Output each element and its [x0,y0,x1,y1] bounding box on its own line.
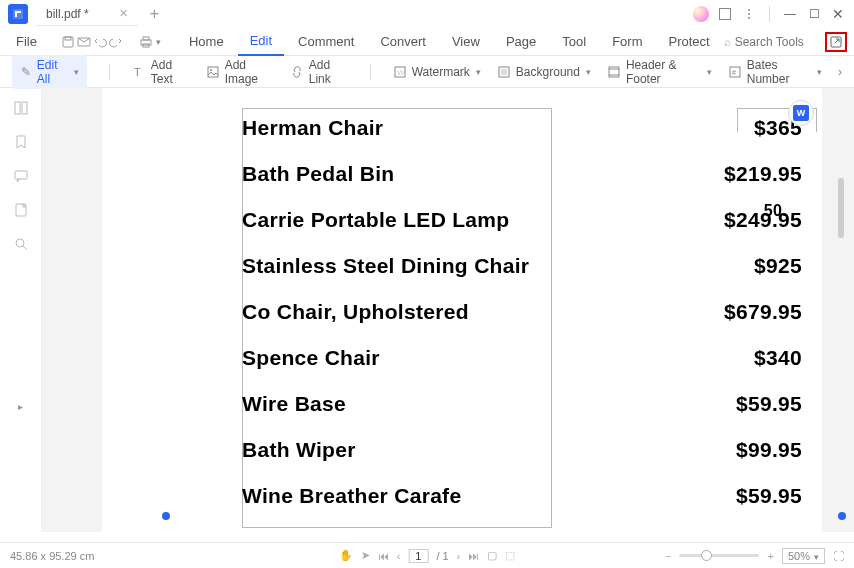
line-item-price[interactable]: $679.95 [724,300,802,324]
line-item-price[interactable]: $59.95 [736,392,802,416]
line-item-name[interactable]: Carrie Portable LED Lamp [242,208,509,232]
search-panel-icon[interactable] [13,236,29,252]
scrollbar-thumb[interactable] [838,178,844,238]
redo-icon[interactable] [109,31,123,53]
file-menu[interactable]: File [8,34,45,49]
zoom-slider-knob[interactable] [701,550,712,561]
add-image-button[interactable]: Add Image [206,58,274,86]
search-tools[interactable]: ⌕ [724,35,815,49]
line-item-name[interactable]: Spence Chair [242,346,380,370]
line-item-price[interactable]: $59.95 [736,484,802,508]
svg-point-10 [210,69,212,71]
bates-icon: # [728,65,742,79]
search-icon: ⌕ [724,35,731,49]
resize-handle[interactable] [162,512,170,520]
chevron-down-icon: ▾ [814,552,819,562]
svg-rect-5 [143,37,149,40]
tab-view[interactable]: View [440,28,492,56]
thumbnails-icon[interactable] [13,100,29,116]
next-page-icon[interactable]: › [457,550,461,562]
vertical-scrollbar[interactable] [838,88,844,518]
svg-rect-14 [501,69,507,75]
expand-sidebar-icon[interactable]: ▸ [18,401,23,412]
share-button-highlighted[interactable] [825,32,847,52]
convert-to-word-badge[interactable]: W [788,100,814,126]
line-item-price[interactable]: $219.95 [724,162,802,186]
line-item-price[interactable]: $925 [754,254,802,278]
pdf-page[interactable]: Herman Chair$365Bath Pedal Bin$219.95Car… [102,88,822,532]
tab-title: bill.pdf * [46,7,89,21]
text-icon: T [132,65,146,79]
add-link-button[interactable]: Add Link [290,58,348,86]
status-bar: 45.86 x 95.29 cm ✋ ➤ ⏮ ‹ / 1 › ⏭ ▢ ⬚ − +… [0,542,854,568]
more-icon[interactable] [739,4,759,24]
line-item-name[interactable]: Co Chair, Upholstered [242,300,469,324]
minimize-button[interactable]: — [780,4,800,24]
background-button[interactable]: Background ▾ [497,65,591,79]
line-item-name[interactable]: Bath Wiper [242,438,356,462]
print-icon[interactable] [139,31,153,53]
last-page-icon[interactable]: ⏭ [468,550,479,562]
tab-page[interactable]: Page [494,28,548,56]
zoom-out-icon[interactable]: − [665,550,671,562]
header-footer-button[interactable]: Header & Footer ▾ [607,58,712,86]
undo-icon[interactable] [93,31,107,53]
tab-edit[interactable]: Edit [238,28,284,56]
line-item-name[interactable]: Stainless Steel Dining Chair [242,254,529,278]
bookmark-icon[interactable] [13,134,29,150]
close-tab-icon[interactable]: ✕ [119,7,128,20]
select-tool-icon[interactable]: ➤ [361,549,370,562]
mail-icon[interactable] [77,31,91,53]
save-icon[interactable] [61,31,75,53]
line-item-name[interactable]: KIVA DINING CHAIR [242,528,447,532]
svg-rect-9 [208,67,218,77]
fit-width-icon[interactable]: ⬚ [505,549,515,562]
prev-page-icon[interactable]: ‹ [397,550,401,562]
zoom-in-icon[interactable]: + [767,550,773,562]
attachment-icon[interactable] [13,202,29,218]
tab-protect[interactable]: Protect [656,28,721,56]
line-item-price[interactable]: $99.95 [736,438,802,462]
toolbar-overflow-icon[interactable]: › [838,65,842,79]
svg-text:T: T [134,66,141,78]
pencil-icon: ✎ [20,65,32,79]
line-item-price[interactable]: $2,290 [736,528,802,532]
tab-tool[interactable]: Tool [550,28,598,56]
print-dropdown-icon[interactable]: ▾ [156,37,161,47]
tab-convert[interactable]: Convert [368,28,438,56]
fullscreen-icon[interactable]: ⛶ [833,550,844,562]
watermark-button[interactable]: W Watermark ▾ [393,65,481,79]
tab-comment[interactable]: Comment [286,28,366,56]
image-icon [206,65,220,79]
hand-tool-icon[interactable]: ✋ [339,549,353,562]
panel-icon[interactable] [715,4,735,24]
left-sidebar: ▸ [0,88,42,532]
new-tab-button[interactable]: + [150,5,159,23]
svg-point-24 [16,239,24,247]
tab-form[interactable]: Form [600,28,654,56]
tab-home[interactable]: Home [177,28,236,56]
document-tab[interactable]: bill.pdf * ✕ [36,2,138,26]
svg-rect-20 [15,102,20,114]
fit-page-icon[interactable]: ▢ [487,549,497,562]
zoom-slider[interactable] [679,554,759,557]
close-window-button[interactable]: ✕ [828,4,848,24]
chevron-down-icon: ▾ [476,67,481,77]
line-item-name[interactable]: Bath Pedal Bin [242,162,394,186]
line-item-name[interactable]: Herman Chair [242,116,383,140]
comment-panel-icon[interactable] [13,168,29,184]
link-icon [290,65,304,79]
menu-bar: File ▾ Home Edit Comment Convert View Pa… [0,28,854,56]
first-page-icon[interactable]: ⏮ [378,550,389,562]
line-item-price[interactable]: $340 [754,346,802,370]
add-text-button[interactable]: T Add Text [132,58,190,86]
page-number-input[interactable] [408,549,428,563]
bates-number-button[interactable]: # Bates Number ▾ [728,58,822,86]
edit-all-button[interactable]: ✎ Edit All ▾ [12,55,87,89]
line-item-name[interactable]: Wine Breather Carafe [242,484,461,508]
line-item-name[interactable]: Wire Base [242,392,346,416]
ai-assist-icon[interactable] [691,4,711,24]
maximize-button[interactable]: ☐ [804,4,824,24]
zoom-value[interactable]: 50% ▾ [782,548,825,564]
search-input[interactable] [735,35,815,49]
